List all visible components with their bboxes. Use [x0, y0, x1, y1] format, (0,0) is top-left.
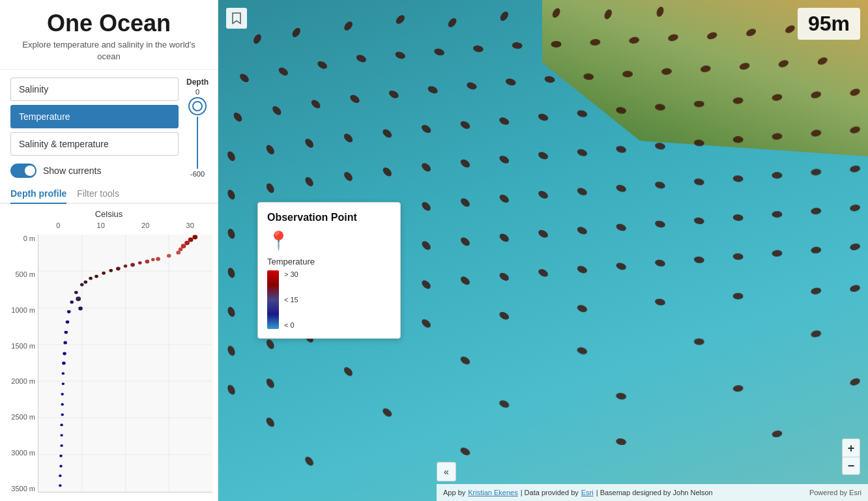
svg-point-36 — [60, 423, 63, 426]
chart-plot — [38, 235, 212, 493]
x-label-30: 30 — [186, 222, 194, 229]
depth-profile-chart — [38, 235, 212, 492]
y-label-3500m: 3500 m — [5, 485, 38, 493]
temperature-color-bar — [267, 270, 279, 329]
zoom-in-button[interactable]: + — [842, 438, 860, 457]
svg-point-50 — [78, 307, 83, 311]
svg-point-30 — [62, 362, 66, 365]
app-subtitle: Explore temperature and salinity in the … — [13, 39, 205, 63]
svg-point-24 — [70, 300, 74, 304]
svg-point-14 — [176, 251, 181, 255]
x-label-20: 20 — [141, 222, 149, 229]
salinity-button[interactable]: Salinity — [10, 78, 179, 101]
depth-label: Depth — [186, 78, 209, 87]
svg-point-48 — [84, 281, 88, 284]
show-currents-label: Show currents — [43, 165, 101, 176]
depth-display-badge: 95m — [798, 8, 860, 40]
map-area[interactable]: 95m Observation Point 📍 Temperature > 30… — [218, 0, 868, 501]
main-container: One Ocean Explore temperature and salini… — [0, 0, 868, 501]
footer-attribution: App by Kristian Ekenes | Data provided b… — [437, 484, 868, 501]
depth-bottom-value: -600 — [190, 170, 205, 178]
observation-point-popup: Observation Point 📍 Temperature > 30 < 1… — [257, 202, 401, 339]
svg-point-26 — [66, 321, 70, 324]
tab-depth-profile[interactable]: Depth profile — [10, 184, 66, 204]
popup-temp-label: Temperature — [267, 257, 391, 266]
svg-point-9 — [192, 235, 197, 239]
svg-point-17 — [145, 259, 150, 263]
location-pin-icon: 📍 — [267, 230, 391, 251]
svg-point-40 — [59, 465, 62, 468]
svg-point-42 — [59, 484, 61, 487]
x-axis: 0 10 20 30 — [38, 222, 212, 229]
footer-sep1: | Data provided by — [521, 489, 579, 496]
chart-area: Celsius 0 10 20 30 0 m 500 m 1000 m 1500… — [0, 204, 218, 501]
depth-slider-handle[interactable] — [188, 97, 207, 115]
svg-point-18 — [130, 263, 135, 266]
y-label-1000m: 1000 m — [5, 306, 38, 314]
temperature-button[interactable]: Temperature — [10, 105, 179, 128]
salinity-temperature-button[interactable]: Salinity & temperature — [10, 132, 179, 156]
color-scale: > 30 < 15 < 0 — [267, 270, 391, 329]
svg-point-23 — [74, 291, 78, 294]
scale-label-mid: < 15 — [284, 296, 298, 304]
chart-unit-label: Celsius — [5, 209, 212, 219]
svg-point-13 — [179, 248, 183, 251]
svg-point-41 — [59, 474, 61, 477]
svg-point-46 — [109, 269, 113, 272]
left-panel: One Ocean Explore temperature and salini… — [0, 0, 218, 501]
svg-point-34 — [61, 403, 63, 406]
svg-point-35 — [61, 414, 63, 416]
x-label-0: 0 — [56, 222, 60, 229]
depth-top-value: 0 — [195, 88, 199, 96]
collapse-icon: « — [444, 466, 449, 477]
author-link[interactable]: Kristian Ekenes — [468, 489, 517, 496]
color-scale-labels: > 30 < 15 < 0 — [284, 270, 298, 329]
svg-point-19 — [116, 266, 121, 270]
svg-point-45 — [124, 265, 128, 268]
depth-control: Depth 0 -600 — [186, 78, 209, 178]
y-label-2500m: 2500 m — [5, 413, 38, 421]
y-axis: 0 m 500 m 1000 m 1500 m 2000 m 2500 m 30… — [5, 235, 38, 493]
popup-title: Observation Point — [267, 212, 391, 223]
currents-toggle[interactable] — [10, 164, 36, 178]
svg-point-38 — [60, 444, 63, 447]
svg-point-15 — [167, 254, 171, 258]
bookmark-icon — [231, 12, 242, 25]
svg-point-16 — [156, 257, 160, 261]
chart-inner: 0 10 20 30 0 m 500 m 1000 m 1500 m 2000 … — [5, 222, 212, 493]
svg-point-49 — [76, 296, 81, 301]
y-label-2000m: 2000 m — [5, 377, 38, 385]
svg-point-21 — [89, 277, 93, 280]
y-label-0m: 0 m — [5, 235, 38, 242]
svg-point-10 — [188, 237, 194, 242]
y-label-3000m: 3000 m — [5, 449, 38, 457]
svg-point-47 — [94, 275, 98, 278]
y-label-500m: 500 m — [5, 270, 38, 278]
zoom-controls: + − — [842, 438, 860, 475]
show-currents-row: Show currents — [0, 160, 218, 184]
footer-prefix: App by — [443, 489, 465, 496]
svg-point-37 — [60, 434, 63, 437]
svg-point-11 — [184, 240, 190, 245]
tab-filter-tools[interactable]: Filter tools — [77, 184, 119, 204]
svg-point-33 — [61, 393, 63, 395]
y-label-1500m: 1500 m — [5, 342, 38, 350]
data-link[interactable]: Esri — [581, 489, 594, 496]
svg-point-27 — [64, 331, 68, 334]
svg-point-22 — [80, 283, 84, 287]
powered-by: Powered by Esri — [809, 489, 861, 496]
app-header: One Ocean Explore temperature and salini… — [0, 0, 218, 70]
svg-point-25 — [67, 310, 71, 313]
svg-point-32 — [62, 382, 65, 385]
svg-point-29 — [63, 352, 66, 355]
svg-point-43 — [151, 258, 155, 261]
zoom-out-button[interactable]: − — [842, 457, 860, 475]
x-label-10: 10 — [97, 222, 105, 229]
scale-label-bottom: < 0 — [284, 321, 298, 329]
bookmark-button[interactable] — [226, 8, 247, 29]
app-title: One Ocean — [13, 10, 205, 36]
collapse-panel-button[interactable]: « — [437, 462, 456, 481]
svg-point-31 — [62, 372, 65, 375]
tabs-row: Depth profile Filter tools — [0, 184, 218, 204]
svg-point-39 — [59, 455, 62, 457]
